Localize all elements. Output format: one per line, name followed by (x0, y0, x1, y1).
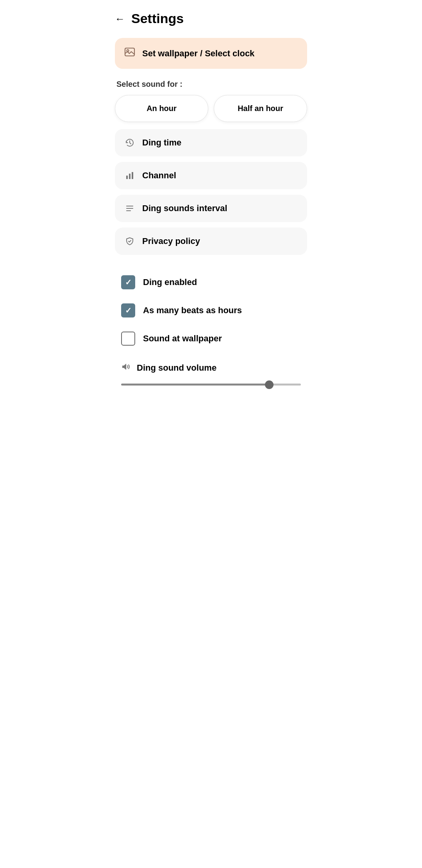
wallpaper-button[interactable]: Set wallpaper / Select clock (115, 38, 307, 69)
checkmark-icon: ✓ (125, 278, 132, 286)
svg-point-1 (127, 50, 129, 52)
main-content: Set wallpaper / Select clock Select soun… (106, 34, 316, 403)
beats-hours-checkbox[interactable]: ✓ (121, 303, 135, 317)
select-sound-label: Select sound for : (115, 80, 307, 89)
svg-rect-4 (132, 172, 133, 179)
wallpaper-label: Set wallpaper / Select clock (142, 48, 254, 59)
volume-section: Ding sound volume (115, 353, 307, 387)
beats-hours-row[interactable]: ✓ As many beats as hours (118, 296, 304, 325)
sound-wallpaper-checkbox[interactable] (121, 332, 135, 346)
volume-slider[interactable] (121, 384, 301, 386)
ding-enabled-row[interactable]: ✓ Ding enabled (118, 268, 304, 296)
checkmark-icon-2: ✓ (125, 307, 132, 314)
wallpaper-icon (124, 47, 135, 60)
privacy-policy-button[interactable]: Privacy policy (115, 228, 307, 255)
slider-container (118, 380, 304, 387)
ding-enabled-checkbox[interactable]: ✓ (121, 275, 135, 289)
svg-rect-2 (126, 176, 128, 179)
an-hour-button[interactable]: An hour (115, 95, 208, 122)
page-title: Settings (131, 11, 184, 26)
ding-interval-label: Ding sounds interval (142, 203, 227, 213)
ding-enabled-label: Ding enabled (143, 277, 197, 287)
ding-time-label: Ding time (142, 138, 181, 148)
history-icon (124, 138, 135, 147)
header: ← Settings (106, 0, 316, 34)
volume-label: Ding sound volume (137, 363, 216, 373)
ding-interval-button[interactable]: Ding sounds interval (115, 195, 307, 222)
shield-icon (124, 237, 135, 246)
svg-marker-8 (122, 364, 126, 370)
ding-time-button[interactable]: Ding time (115, 129, 307, 156)
svg-rect-3 (129, 174, 131, 179)
sound-wallpaper-label: Sound at wallpaper (143, 334, 222, 344)
checkbox-section: ✓ Ding enabled ✓ As many beats as hours … (115, 260, 307, 353)
half-an-hour-button[interactable]: Half an hour (214, 95, 307, 122)
sound-toggle-row: An hour Half an hour (115, 95, 307, 122)
beats-hours-label: As many beats as hours (143, 305, 242, 316)
volume-row: Ding sound volume (118, 359, 304, 380)
channel-button[interactable]: Channel (115, 162, 307, 189)
channel-label: Channel (142, 170, 176, 181)
volume-icon (121, 362, 131, 374)
bar-chart-icon (124, 171, 135, 180)
back-button[interactable]: ← (115, 14, 125, 24)
sound-wallpaper-row[interactable]: Sound at wallpaper (118, 325, 304, 353)
list-icon (124, 204, 135, 213)
privacy-label: Privacy policy (142, 236, 200, 246)
